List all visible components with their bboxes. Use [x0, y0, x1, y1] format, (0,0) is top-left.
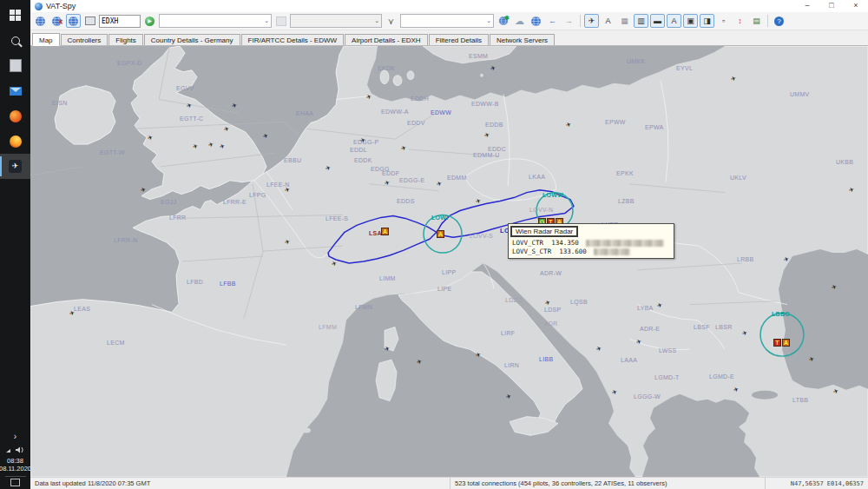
aircraft-icon[interactable]: ✈	[147, 134, 154, 141]
aircraft-icon[interactable]: ✈	[384, 345, 391, 352]
taskbar-app-orange[interactable]	[0, 103, 30, 129]
aircraft-icon[interactable]: ✈	[565, 121, 572, 128]
taskbar-clock[interactable]: 08:38 08.11.2020	[0, 457, 31, 472]
aircraft-icon[interactable]: ✈	[223, 125, 230, 132]
aircraft-icon[interactable]: ✈	[848, 186, 855, 193]
aircraft-icon[interactable]: ✈	[783, 255, 790, 262]
aircraft-icon[interactable]: ✈	[400, 144, 407, 151]
aircraft-icon[interactable]: ✈	[262, 132, 269, 139]
taskbar-app-document[interactable]	[0, 53, 30, 78]
aircraft-icon[interactable]: ✈	[331, 260, 338, 267]
aircraft-icon[interactable]: ✈	[475, 351, 482, 358]
small-box-toggle[interactable]: ▫	[716, 14, 731, 28]
filter-select[interactable]: ⌄	[400, 14, 494, 28]
fir-label-ukbb: UKBB	[836, 159, 853, 165]
taskbar-app-mail[interactable]	[0, 78, 30, 103]
close-button[interactable]: ×	[844, 0, 868, 12]
tooltip-frequency: 133.600	[559, 248, 587, 255]
aircraft-icon[interactable]: ✈	[219, 142, 226, 149]
go-button[interactable]: ▶	[142, 14, 157, 28]
aircraft-icon[interactable]: ✈	[656, 301, 663, 308]
chart-button[interactable]: ▤	[749, 14, 764, 28]
aircraft-icon[interactable]: ✈	[544, 299, 551, 306]
taskbar-search-button[interactable]	[0, 28, 30, 53]
fir-label-edgg-e: EDGG-E	[399, 177, 424, 183]
title-bar: VAT-Spy – □ ×	[30, 0, 868, 12]
tab-country-details[interactable]: Country Details - Germany	[144, 34, 240, 45]
tab-flights[interactable]: Flights	[108, 34, 143, 45]
start-button[interactable]	[0, 3, 30, 28]
show-towers-toggle[interactable]: ▥	[634, 14, 648, 28]
airport-controller-icons[interactable]: A	[381, 228, 389, 235]
airport-info-button[interactable]	[273, 14, 288, 28]
sort-button[interactable]: ↕	[733, 14, 747, 28]
aircraft-icon[interactable]: ✈	[832, 387, 839, 394]
aircraft-icon[interactable]: ✈	[284, 238, 291, 245]
aircraft-icon[interactable]: ✈	[831, 283, 838, 290]
tab-controllers[interactable]: Controllers	[61, 34, 108, 45]
minimize-button[interactable]: –	[795, 0, 819, 12]
tooltip-frequency: 134.350	[551, 239, 579, 247]
aircraft-icon[interactable]: ✈	[611, 388, 618, 395]
aircraft-icon[interactable]: ✈	[325, 164, 332, 171]
tab-airport-details[interactable]: Airport Details - EDXH	[345, 34, 428, 45]
connect-button[interactable]	[33, 14, 48, 28]
aircraft-icon[interactable]: ✈	[595, 345, 602, 352]
aircraft-icon[interactable]: ✈	[384, 179, 391, 186]
clock-time: 08:38	[0, 457, 31, 465]
filter-button[interactable]: ⋎	[384, 14, 398, 28]
weather-button[interactable]: ☁	[512, 14, 527, 28]
tab-fir-details[interactable]: FIR/ARTCC Details - EDWW	[241, 34, 345, 45]
map-label-layer: EGPX-DEGVVEGTT-CEGTT-WEISNEHAAEBBULFEE-N…	[30, 46, 868, 477]
airport-filter-input[interactable]	[99, 15, 141, 28]
forward-button[interactable]: →	[562, 14, 576, 28]
show-aircraft-toggle[interactable]: ✈	[584, 14, 599, 28]
show-desktop-button[interactable]	[5, 476, 26, 487]
vatspy-window: VAT-Spy – □ × ✕ ▶ ⌄ ⌄ ⋎ ⌄ ✱ ☁ ← → ✈ A ▦ …	[30, 0, 868, 489]
aircraft-icon[interactable]: ✈	[730, 75, 737, 82]
airport-labels-toggle[interactable]: ▣	[683, 14, 698, 28]
aircraft-icon[interactable]: ✈	[475, 197, 482, 204]
grid-toggle[interactable]: ▦	[617, 14, 632, 28]
aircraft-icon[interactable]: ✈	[808, 355, 815, 362]
aircraft-icon[interactable]: ✈	[733, 386, 740, 393]
aircraft-icon[interactable]: ✈	[483, 131, 490, 138]
aircraft-icon[interactable]: ✈	[140, 186, 147, 193]
maximize-button[interactable]: □	[819, 0, 844, 12]
fir-labels-toggle[interactable]: ◨	[700, 14, 714, 28]
fir-label-edmm-u: EDMM-U	[473, 152, 500, 158]
aircraft-labels-toggle[interactable]: A	[601, 14, 615, 28]
disconnect-button[interactable]: ✕	[49, 14, 64, 28]
aircraft-icon[interactable]: ✈	[186, 102, 193, 109]
back-button[interactable]: ←	[545, 14, 560, 28]
aircraft-icon[interactable]: ✈	[436, 180, 443, 187]
world-view-button[interactable]	[529, 14, 543, 28]
airport-controller-icons[interactable]: TA	[773, 339, 790, 347]
aircraft-icon[interactable]: ✈	[416, 358, 423, 365]
aircraft-icon[interactable]: ✈	[207, 141, 214, 148]
aircraft-icon[interactable]: ✈	[505, 393, 512, 400]
aircraft-icon[interactable]: ✈	[192, 142, 199, 149]
help-button[interactable]: ?	[772, 14, 786, 28]
tray-expand-button[interactable]: ›	[14, 432, 16, 444]
show-labels-toggle[interactable]: A	[667, 14, 681, 28]
flight-select[interactable]: ⌄	[290, 14, 382, 28]
aircraft-icon[interactable]: ✈	[741, 329, 748, 336]
aircraft-icon[interactable]: ✈	[365, 93, 372, 100]
aircraft-icon[interactable]: ✈	[231, 102, 238, 109]
aircraft-icon[interactable]: ✈	[635, 338, 642, 345]
taskbar-app-firefox[interactable]	[0, 129, 30, 154]
tab-map[interactable]: Map	[32, 33, 60, 46]
map-canvas[interactable]: EGPX-DEGVVEGTT-CEGTT-WEISNEHAAEBBULFEE-N…	[30, 46, 868, 477]
tab-network-servers[interactable]: Network Servers	[490, 34, 555, 45]
tray-network-volume-icons[interactable]	[5, 446, 26, 454]
taskbar-app-vatspy[interactable]: ✈	[0, 154, 30, 179]
aircraft-icon[interactable]: ✈	[490, 64, 496, 71]
airport-controller-icons[interactable]: A	[437, 230, 444, 238]
show-boundaries-toggle[interactable]: ▬	[650, 14, 665, 28]
new-filter-button[interactable]: ✱	[496, 14, 510, 28]
controller-select[interactable]: ⌄	[159, 14, 272, 28]
window-mode-button[interactable]	[82, 14, 97, 28]
refresh-data-button[interactable]	[66, 14, 81, 28]
tab-filtered-details[interactable]: Filtered Details	[429, 34, 489, 45]
